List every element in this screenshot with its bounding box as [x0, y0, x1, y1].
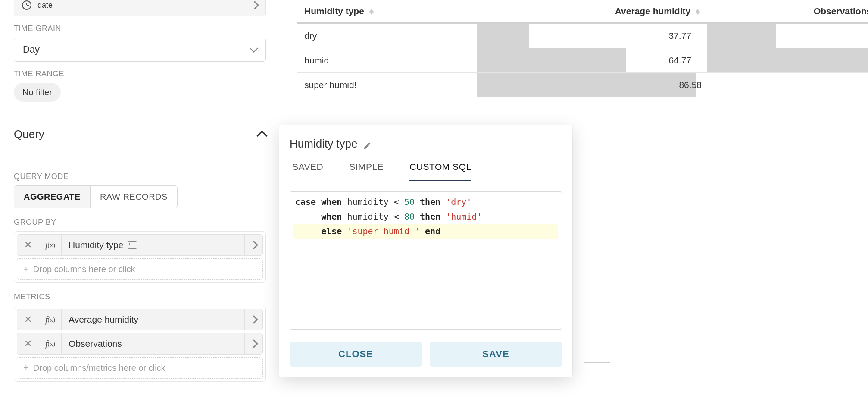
- table-header-row: Humidity type Average humidity Observati…: [297, 0, 868, 23]
- cell-obs: 174: [707, 73, 868, 97]
- query-mode-raw[interactable]: RAW RECORDS: [90, 186, 177, 208]
- cell-avg: 37.77: [477, 24, 707, 48]
- col-header-avg[interactable]: Average humidity: [477, 0, 707, 23]
- sort-icon: [369, 9, 374, 15]
- group-by-list: ✕ f(x) Humidity type + Drop columns here…: [14, 231, 266, 283]
- cell-type: super humid!: [297, 73, 477, 97]
- remove-icon[interactable]: ✕: [17, 239, 39, 251]
- plus-icon: +: [23, 264, 29, 275]
- time-column-value: date: [37, 1, 53, 10]
- time-column-field[interactable]: date: [14, 0, 266, 16]
- group-by-placeholder: Drop columns here or click: [33, 264, 135, 274]
- tab-saved[interactable]: SAVED: [292, 162, 323, 181]
- query-panel-header[interactable]: Query: [14, 115, 266, 154]
- query-panel-title: Query: [14, 128, 44, 141]
- chevron-down-icon: [250, 44, 258, 53]
- cell-avg: 64.77: [477, 48, 707, 72]
- save-button[interactable]: SAVE: [430, 342, 562, 367]
- config-sidebar: date TIME GRAIN Day TIME RANGE No filter…: [0, 0, 280, 408]
- column-editor-popover: Humidity type SAVED SIMPLE CUSTOM SQL ca…: [279, 125, 572, 377]
- query-mode-label: QUERY MODE: [14, 172, 266, 181]
- popover-actions: CLOSE SAVE: [290, 342, 562, 367]
- plus-icon: +: [23, 362, 29, 373]
- tab-custom-sql[interactable]: CUSTOM SQL: [409, 162, 471, 181]
- group-by-label: GROUP BY: [14, 218, 266, 227]
- time-range-value: No filter: [22, 88, 52, 97]
- table-row: humid64.77931: [297, 48, 868, 73]
- chip-expand[interactable]: [244, 235, 262, 255]
- calc-badge-icon: [128, 241, 137, 249]
- time-grain-value: Day: [23, 44, 40, 55]
- group-by-chip-label: Humidity type: [69, 240, 123, 250]
- time-range-pill[interactable]: No filter: [14, 83, 61, 102]
- query-mode-aggregate[interactable]: AGGREGATE: [14, 186, 90, 208]
- fx-icon: f(x): [39, 235, 62, 255]
- remove-icon[interactable]: ✕: [17, 338, 39, 349]
- group-by-dropzone[interactable]: + Drop columns here or click: [17, 258, 263, 280]
- pencil-icon[interactable]: [363, 140, 372, 148]
- chip-expand[interactable]: [244, 333, 262, 354]
- query-mode-toggle: AGGREGATE RAW RECORDS: [14, 185, 178, 208]
- metric-chip[interactable]: ✕ f(x) Observations: [17, 333, 263, 355]
- cell-type: dry: [297, 24, 477, 48]
- tab-simple[interactable]: SIMPLE: [349, 162, 384, 181]
- chip-expand[interactable]: [244, 309, 262, 330]
- fx-icon: f(x): [39, 333, 62, 354]
- metrics-label: METRICS: [14, 292, 266, 301]
- metric-chip-label: Observations: [69, 339, 122, 349]
- metrics-list: ✕ f(x) Average humidity ✕ f(x) Observati…: [14, 306, 266, 382]
- results-table: Humidity type Average humidity Observati…: [297, 0, 868, 97]
- clock-icon: [22, 0, 31, 10]
- remove-icon[interactable]: ✕: [17, 314, 39, 325]
- cell-avg: 86.58: [477, 73, 707, 97]
- sort-icon: [696, 9, 700, 15]
- metrics-dropzone[interactable]: + Drop columns/metrics here or click: [17, 357, 263, 379]
- table-row: dry37.77357: [297, 23, 868, 48]
- chevron-up-icon: [256, 130, 267, 141]
- cell-obs: 931: [707, 48, 868, 72]
- cell-type: humid: [297, 48, 477, 72]
- popover-title: Humidity type: [290, 137, 358, 151]
- table-row: super humid!86.58174: [297, 73, 868, 97]
- close-button[interactable]: CLOSE: [290, 342, 422, 367]
- fx-icon: f(x): [39, 309, 62, 330]
- popover-tabs: SAVED SIMPLE CUSTOM SQL: [290, 162, 562, 181]
- time-grain-select[interactable]: Day: [14, 38, 266, 62]
- col-header-type[interactable]: Humidity type: [297, 0, 477, 23]
- time-range-label: TIME RANGE: [14, 69, 266, 78]
- sql-editor[interactable]: case when humidity < 50 then 'dry' when …: [290, 191, 562, 330]
- metrics-placeholder: Drop columns/metrics here or click: [33, 363, 165, 373]
- cell-obs: 357: [707, 24, 868, 48]
- chevron-right-icon: [250, 1, 259, 9]
- col-header-obs[interactable]: Observations: [707, 0, 868, 23]
- time-grain-label: TIME GRAIN: [14, 24, 266, 33]
- group-by-chip[interactable]: ✕ f(x) Humidity type: [17, 234, 263, 256]
- resize-handle-icon[interactable]: [582, 359, 612, 366]
- metric-chip[interactable]: ✕ f(x) Average humidity: [17, 309, 263, 330]
- metric-chip-label: Average humidity: [69, 314, 138, 325]
- results-table-area: Humidity type Average humidity Observati…: [297, 0, 868, 97]
